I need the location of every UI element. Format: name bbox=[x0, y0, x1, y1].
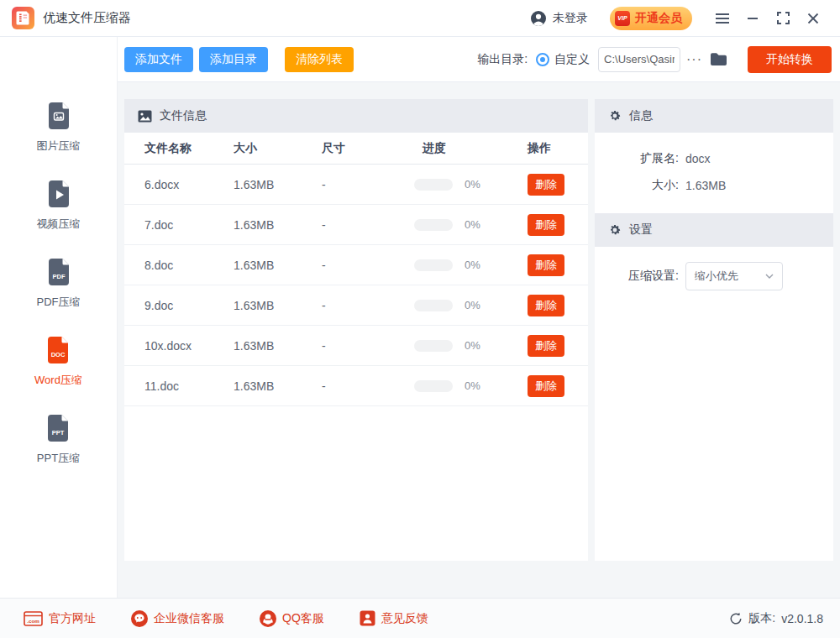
delete-button[interactable]: 删除 bbox=[528, 295, 564, 316]
add-directory-button[interactable]: 添加目录 bbox=[199, 47, 268, 72]
extension-value: docx bbox=[685, 152, 711, 165]
file-size: 1.63MB bbox=[234, 339, 322, 353]
qq-service-icon bbox=[260, 610, 276, 627]
selected-option: 缩小优先 bbox=[695, 269, 738, 284]
official-website-link[interactable]: .com 官方网址 bbox=[24, 611, 96, 626]
feedback-link[interactable]: 意见反馈 bbox=[360, 610, 428, 626]
login-area[interactable]: 未登录 bbox=[530, 10, 588, 27]
sidebar-item-image-compress[interactable]: 图片压缩 bbox=[37, 101, 81, 154]
info-header: 信息 bbox=[595, 99, 833, 133]
progress-value: 0% bbox=[465, 339, 480, 352]
file-name: 9.doc bbox=[144, 299, 234, 312]
doc-file-icon: DOC bbox=[44, 335, 72, 365]
file-size: 1.63MB bbox=[234, 299, 322, 312]
sidebar: 图片压缩 视频压缩 PDF PDF压缩 bbox=[0, 37, 118, 598]
output-path-input[interactable] bbox=[598, 47, 680, 72]
minimize-icon[interactable] bbox=[741, 7, 764, 30]
qq-service-link[interactable]: QQ客服 bbox=[260, 610, 324, 627]
vip-icon: VIP bbox=[615, 11, 630, 26]
file-dimension: - bbox=[322, 259, 414, 272]
close-icon[interactable] bbox=[801, 7, 825, 30]
sidebar-item-pdf-compress[interactable]: PDF PDF压缩 bbox=[37, 257, 81, 310]
file-size: 1.63MB bbox=[234, 178, 322, 191]
file-info-title: 文件信息 bbox=[160, 108, 207, 123]
chevron-down-icon bbox=[765, 274, 774, 279]
app-logo-icon bbox=[12, 7, 34, 29]
progress-cell: 0% bbox=[414, 218, 528, 231]
titlebar: 优速文件压缩器 未登录 VIP 开通会员 bbox=[0, 0, 840, 37]
column-action: 操作 bbox=[528, 141, 588, 156]
titlebar-left: 优速文件压缩器 bbox=[12, 7, 131, 29]
official-website-label: 官方网址 bbox=[49, 611, 96, 626]
feedback-label: 意见反馈 bbox=[381, 611, 428, 626]
panels: 文件信息 文件名称 大小 尺寸 进度 操作 6.docx 1.63MB - 0% bbox=[118, 82, 840, 598]
sidebar-item-video-compress[interactable]: 视频压缩 bbox=[37, 179, 81, 232]
table-row: 11.doc 1.63MB - 0% 删除 bbox=[124, 366, 588, 406]
action-cell: 删除 bbox=[528, 254, 588, 276]
column-dimension: 尺寸 bbox=[322, 141, 414, 156]
file-size: 1.63MB bbox=[234, 379, 322, 393]
sidebar-item-ppt-compress[interactable]: PPT PPT压缩 bbox=[37, 413, 80, 466]
menu-icon[interactable] bbox=[711, 7, 734, 30]
output-directory-label: 输出目录: bbox=[477, 52, 528, 67]
file-dimension: - bbox=[322, 379, 414, 393]
add-file-button[interactable]: 添加文件 bbox=[124, 47, 193, 72]
qq-service-label: QQ客服 bbox=[282, 611, 324, 626]
progress-cell: 0% bbox=[414, 299, 528, 311]
svg-text:PPT: PPT bbox=[52, 429, 65, 437]
vip-button[interactable]: VIP 开通会员 bbox=[610, 7, 692, 30]
progress-bar bbox=[414, 179, 453, 191]
delete-button[interactable]: 删除 bbox=[528, 174, 564, 196]
clear-list-button[interactable]: 清除列表 bbox=[285, 47, 354, 72]
table-row: 9.doc 1.63MB - 0% 删除 bbox=[124, 285, 588, 326]
progress-bar bbox=[414, 219, 453, 231]
column-filename: 文件名称 bbox=[144, 141, 234, 156]
file-dimension: - bbox=[322, 339, 414, 353]
ppt-file-icon: PPT bbox=[44, 413, 72, 443]
custom-radio-label: 自定义 bbox=[554, 52, 590, 67]
maximize-icon[interactable] bbox=[771, 7, 795, 30]
progress-cell: 0% bbox=[414, 259, 528, 271]
open-folder-icon[interactable] bbox=[710, 52, 727, 66]
action-cell: 删除 bbox=[528, 174, 588, 196]
start-convert-button[interactable]: 开始转换 bbox=[748, 46, 832, 73]
sidebar-item-label: 视频压缩 bbox=[37, 217, 81, 232]
titlebar-right: 未登录 VIP 开通会员 bbox=[530, 7, 825, 30]
svg-text:PDF: PDF bbox=[52, 273, 65, 280]
file-dimension: - bbox=[322, 218, 414, 232]
sidebar-item-word-compress[interactable]: DOC Word压缩 bbox=[34, 335, 82, 388]
compress-setting-select[interactable]: 缩小优先 bbox=[685, 262, 783, 290]
progress-cell: 0% bbox=[414, 379, 528, 392]
delete-button[interactable]: 删除 bbox=[528, 335, 564, 357]
size-label: 大小: bbox=[595, 178, 679, 193]
version-label: 版本: bbox=[748, 611, 775, 626]
gear-icon bbox=[608, 223, 622, 237]
version-value: v2.0.1.8 bbox=[781, 612, 823, 625]
progress-value: 0% bbox=[465, 218, 480, 231]
custom-radio[interactable] bbox=[536, 53, 549, 66]
delete-button[interactable]: 删除 bbox=[528, 214, 564, 236]
wechat-service-link[interactable]: 企业微信客服 bbox=[131, 610, 224, 627]
info-title: 信息 bbox=[629, 108, 653, 123]
progress-bar bbox=[414, 380, 453, 392]
progress-bar bbox=[414, 300, 453, 311]
refresh-icon bbox=[729, 612, 743, 625]
delete-button[interactable]: 删除 bbox=[528, 254, 564, 276]
browse-more-button[interactable]: ··· bbox=[686, 52, 702, 67]
video-file-icon bbox=[45, 179, 73, 209]
table-row: 8.doc 1.63MB - 0% 删除 bbox=[124, 245, 588, 285]
settings-title: 设置 bbox=[629, 222, 653, 238]
settings-header: 设置 bbox=[595, 213, 833, 247]
output-directory-group: 输出目录: 自定义 ··· 开始转换 bbox=[477, 46, 832, 73]
action-cell: 删除 bbox=[528, 295, 588, 316]
toolbar: 添加文件 添加目录 清除列表 输出目录: 自定义 ··· 开始转换 bbox=[118, 37, 840, 82]
column-size: 大小 bbox=[234, 141, 322, 156]
compress-setting-row: 压缩设置: 缩小优先 bbox=[595, 247, 833, 290]
app-title: 优速文件压缩器 bbox=[43, 10, 131, 26]
user-avatar-icon bbox=[530, 10, 547, 27]
sidebar-item-label: PDF压缩 bbox=[37, 295, 81, 310]
side-panel: 信息 扩展名: docx 大小: 1.63MB 设置 bbox=[595, 99, 833, 561]
progress-cell: 0% bbox=[414, 339, 528, 352]
delete-button[interactable]: 删除 bbox=[528, 375, 564, 397]
sidebar-item-label: PPT压缩 bbox=[37, 451, 80, 466]
